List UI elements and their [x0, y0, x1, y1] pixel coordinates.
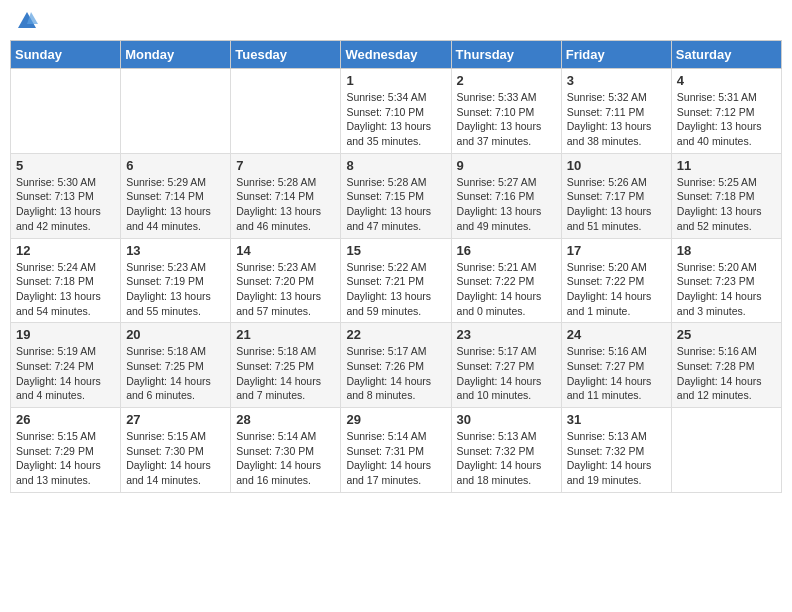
logo — [14, 10, 38, 32]
calendar-cell — [121, 69, 231, 154]
day-number: 11 — [677, 158, 776, 173]
calendar-cell: 1Sunrise: 5:34 AM Sunset: 7:10 PM Daylig… — [341, 69, 451, 154]
day-info: Sunrise: 5:26 AM Sunset: 7:17 PM Dayligh… — [567, 175, 666, 234]
calendar-header-saturday: Saturday — [671, 41, 781, 69]
day-number: 13 — [126, 243, 225, 258]
calendar-cell: 21Sunrise: 5:18 AM Sunset: 7:25 PM Dayli… — [231, 323, 341, 408]
calendar-table: SundayMondayTuesdayWednesdayThursdayFrid… — [10, 40, 782, 493]
calendar-cell: 12Sunrise: 5:24 AM Sunset: 7:18 PM Dayli… — [11, 238, 121, 323]
day-info: Sunrise: 5:13 AM Sunset: 7:32 PM Dayligh… — [567, 429, 666, 488]
calendar-cell: 19Sunrise: 5:19 AM Sunset: 7:24 PM Dayli… — [11, 323, 121, 408]
calendar-cell: 14Sunrise: 5:23 AM Sunset: 7:20 PM Dayli… — [231, 238, 341, 323]
day-info: Sunrise: 5:23 AM Sunset: 7:20 PM Dayligh… — [236, 260, 335, 319]
day-info: Sunrise: 5:34 AM Sunset: 7:10 PM Dayligh… — [346, 90, 445, 149]
day-number: 15 — [346, 243, 445, 258]
day-info: Sunrise: 5:14 AM Sunset: 7:31 PM Dayligh… — [346, 429, 445, 488]
day-info: Sunrise: 5:25 AM Sunset: 7:18 PM Dayligh… — [677, 175, 776, 234]
calendar-header-sunday: Sunday — [11, 41, 121, 69]
calendar-cell: 26Sunrise: 5:15 AM Sunset: 7:29 PM Dayli… — [11, 408, 121, 493]
day-info: Sunrise: 5:17 AM Sunset: 7:27 PM Dayligh… — [457, 344, 556, 403]
calendar-cell: 22Sunrise: 5:17 AM Sunset: 7:26 PM Dayli… — [341, 323, 451, 408]
day-info: Sunrise: 5:22 AM Sunset: 7:21 PM Dayligh… — [346, 260, 445, 319]
calendar-cell — [231, 69, 341, 154]
day-info: Sunrise: 5:31 AM Sunset: 7:12 PM Dayligh… — [677, 90, 776, 149]
day-info: Sunrise: 5:15 AM Sunset: 7:30 PM Dayligh… — [126, 429, 225, 488]
calendar-header-row: SundayMondayTuesdayWednesdayThursdayFrid… — [11, 41, 782, 69]
day-info: Sunrise: 5:27 AM Sunset: 7:16 PM Dayligh… — [457, 175, 556, 234]
day-info: Sunrise: 5:20 AM Sunset: 7:22 PM Dayligh… — [567, 260, 666, 319]
calendar-cell: 10Sunrise: 5:26 AM Sunset: 7:17 PM Dayli… — [561, 153, 671, 238]
calendar-cell: 13Sunrise: 5:23 AM Sunset: 7:19 PM Dayli… — [121, 238, 231, 323]
day-info: Sunrise: 5:33 AM Sunset: 7:10 PM Dayligh… — [457, 90, 556, 149]
calendar-cell: 17Sunrise: 5:20 AM Sunset: 7:22 PM Dayli… — [561, 238, 671, 323]
day-info: Sunrise: 5:28 AM Sunset: 7:15 PM Dayligh… — [346, 175, 445, 234]
day-number: 8 — [346, 158, 445, 173]
day-number: 24 — [567, 327, 666, 342]
day-number: 16 — [457, 243, 556, 258]
day-info: Sunrise: 5:24 AM Sunset: 7:18 PM Dayligh… — [16, 260, 115, 319]
calendar-week-row: 12Sunrise: 5:24 AM Sunset: 7:18 PM Dayli… — [11, 238, 782, 323]
day-number: 22 — [346, 327, 445, 342]
day-number: 5 — [16, 158, 115, 173]
calendar-cell: 2Sunrise: 5:33 AM Sunset: 7:10 PM Daylig… — [451, 69, 561, 154]
day-number: 20 — [126, 327, 225, 342]
calendar-cell: 15Sunrise: 5:22 AM Sunset: 7:21 PM Dayli… — [341, 238, 451, 323]
day-info: Sunrise: 5:13 AM Sunset: 7:32 PM Dayligh… — [457, 429, 556, 488]
day-number: 10 — [567, 158, 666, 173]
calendar-cell: 8Sunrise: 5:28 AM Sunset: 7:15 PM Daylig… — [341, 153, 451, 238]
day-info: Sunrise: 5:18 AM Sunset: 7:25 PM Dayligh… — [126, 344, 225, 403]
day-info: Sunrise: 5:16 AM Sunset: 7:28 PM Dayligh… — [677, 344, 776, 403]
calendar-cell: 20Sunrise: 5:18 AM Sunset: 7:25 PM Dayli… — [121, 323, 231, 408]
day-number: 18 — [677, 243, 776, 258]
day-number: 28 — [236, 412, 335, 427]
day-number: 14 — [236, 243, 335, 258]
calendar-cell: 4Sunrise: 5:31 AM Sunset: 7:12 PM Daylig… — [671, 69, 781, 154]
day-info: Sunrise: 5:23 AM Sunset: 7:19 PM Dayligh… — [126, 260, 225, 319]
calendar-header-wednesday: Wednesday — [341, 41, 451, 69]
calendar-cell: 28Sunrise: 5:14 AM Sunset: 7:30 PM Dayli… — [231, 408, 341, 493]
day-info: Sunrise: 5:15 AM Sunset: 7:29 PM Dayligh… — [16, 429, 115, 488]
calendar-header-monday: Monday — [121, 41, 231, 69]
day-info: Sunrise: 5:18 AM Sunset: 7:25 PM Dayligh… — [236, 344, 335, 403]
calendar-cell: 9Sunrise: 5:27 AM Sunset: 7:16 PM Daylig… — [451, 153, 561, 238]
calendar-cell: 6Sunrise: 5:29 AM Sunset: 7:14 PM Daylig… — [121, 153, 231, 238]
calendar-cell: 5Sunrise: 5:30 AM Sunset: 7:13 PM Daylig… — [11, 153, 121, 238]
calendar-cell: 16Sunrise: 5:21 AM Sunset: 7:22 PM Dayli… — [451, 238, 561, 323]
day-number: 9 — [457, 158, 556, 173]
calendar-week-row: 19Sunrise: 5:19 AM Sunset: 7:24 PM Dayli… — [11, 323, 782, 408]
calendar-cell: 3Sunrise: 5:32 AM Sunset: 7:11 PM Daylig… — [561, 69, 671, 154]
calendar-cell: 25Sunrise: 5:16 AM Sunset: 7:28 PM Dayli… — [671, 323, 781, 408]
calendar-cell: 30Sunrise: 5:13 AM Sunset: 7:32 PM Dayli… — [451, 408, 561, 493]
day-number: 30 — [457, 412, 556, 427]
day-number: 12 — [16, 243, 115, 258]
calendar-cell: 11Sunrise: 5:25 AM Sunset: 7:18 PM Dayli… — [671, 153, 781, 238]
calendar-cell: 24Sunrise: 5:16 AM Sunset: 7:27 PM Dayli… — [561, 323, 671, 408]
day-number: 25 — [677, 327, 776, 342]
day-number: 3 — [567, 73, 666, 88]
calendar-cell: 29Sunrise: 5:14 AM Sunset: 7:31 PM Dayli… — [341, 408, 451, 493]
calendar-cell: 27Sunrise: 5:15 AM Sunset: 7:30 PM Dayli… — [121, 408, 231, 493]
day-number: 2 — [457, 73, 556, 88]
day-info: Sunrise: 5:16 AM Sunset: 7:27 PM Dayligh… — [567, 344, 666, 403]
calendar-week-row: 1Sunrise: 5:34 AM Sunset: 7:10 PM Daylig… — [11, 69, 782, 154]
day-number: 1 — [346, 73, 445, 88]
day-number: 4 — [677, 73, 776, 88]
calendar-cell: 31Sunrise: 5:13 AM Sunset: 7:32 PM Dayli… — [561, 408, 671, 493]
calendar-cell — [671, 408, 781, 493]
day-info: Sunrise: 5:17 AM Sunset: 7:26 PM Dayligh… — [346, 344, 445, 403]
day-info: Sunrise: 5:30 AM Sunset: 7:13 PM Dayligh… — [16, 175, 115, 234]
day-info: Sunrise: 5:32 AM Sunset: 7:11 PM Dayligh… — [567, 90, 666, 149]
day-number: 26 — [16, 412, 115, 427]
day-number: 7 — [236, 158, 335, 173]
calendar-week-row: 5Sunrise: 5:30 AM Sunset: 7:13 PM Daylig… — [11, 153, 782, 238]
day-number: 23 — [457, 327, 556, 342]
calendar-cell: 7Sunrise: 5:28 AM Sunset: 7:14 PM Daylig… — [231, 153, 341, 238]
calendar-cell: 18Sunrise: 5:20 AM Sunset: 7:23 PM Dayli… — [671, 238, 781, 323]
day-number: 6 — [126, 158, 225, 173]
day-number: 21 — [236, 327, 335, 342]
calendar-header-tuesday: Tuesday — [231, 41, 341, 69]
day-info: Sunrise: 5:19 AM Sunset: 7:24 PM Dayligh… — [16, 344, 115, 403]
day-number: 29 — [346, 412, 445, 427]
day-number: 17 — [567, 243, 666, 258]
day-number: 31 — [567, 412, 666, 427]
